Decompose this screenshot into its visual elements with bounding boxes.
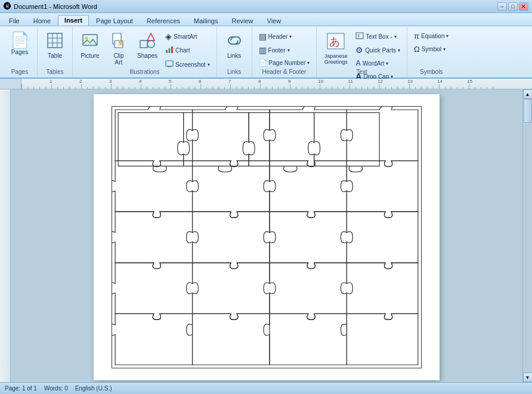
tab-review[interactable]: Review xyxy=(225,15,259,26)
footer-button[interactable]: ▥ Footer xyxy=(256,44,313,57)
text-group-content: あ JapaneseGreetings T Text Box - ⚙ Quick… xyxy=(320,29,403,69)
wordart-button[interactable]: A WordArt xyxy=(352,57,403,69)
page-number-icon: 📄 xyxy=(259,59,267,67)
maximize-button[interactable]: □ xyxy=(508,2,518,11)
shapes-icon xyxy=(139,32,156,51)
scroll-up-button[interactable]: ▲ xyxy=(523,89,533,99)
equation-label: Equation xyxy=(421,33,444,39)
ruler-area: 123456789101112131415 xyxy=(0,79,532,89)
ribbon-group-text: あ JapaneseGreetings T Text Box - ⚙ Quick… xyxy=(317,27,407,77)
svg-text:あ: あ xyxy=(329,36,340,48)
picture-icon xyxy=(82,32,98,51)
svg-rect-14 xyxy=(169,48,171,53)
quick-parts-icon: ⚙ xyxy=(355,45,363,55)
page-number-button[interactable]: 📄 Page Number xyxy=(256,57,313,69)
svg-rect-5 xyxy=(83,35,97,45)
footer-icon: ▥ xyxy=(259,45,267,55)
screenshot-label: Screenshot xyxy=(175,61,206,68)
tab-home[interactable]: Home xyxy=(27,15,57,26)
chart-button[interactable]: Chart xyxy=(162,44,213,57)
title-bar-title: Document1 - Microsoft Word xyxy=(14,3,97,10)
status-page: Page: 1 of 1 xyxy=(5,385,37,392)
shapes-button[interactable]: Shapes xyxy=(134,30,161,67)
screenshot-icon xyxy=(165,60,174,70)
header-button[interactable]: ▤ Header xyxy=(256,30,313,43)
ribbon-group-header-footer: ▤ Header ▥ Footer 📄 Page Number Header &… xyxy=(252,27,317,77)
wordart-label: WordArt xyxy=(363,60,385,67)
links-icon xyxy=(226,32,243,51)
close-button[interactable]: ✕ xyxy=(519,2,528,11)
page-number-label: Page Number xyxy=(269,60,306,66)
text-box-label: Text Box - xyxy=(366,33,392,40)
ribbon-group-pages: 📄 Pages Pages xyxy=(2,27,38,77)
scrollbar-vertical[interactable]: ▲ ▼ xyxy=(522,89,532,382)
pages-group-content: 📄 Pages xyxy=(6,29,33,69)
tab-view[interactable]: View xyxy=(261,15,288,26)
illustrations-group-label: Illustrations xyxy=(129,69,160,76)
ruler-horizontal: 123456789101112131415 xyxy=(21,79,532,89)
header-footer-small-group: ▤ Header ▥ Footer 📄 Page Number xyxy=(256,30,313,67)
symbol-button[interactable]: Ω Symbol xyxy=(411,43,451,55)
links-label: Links xyxy=(227,52,241,59)
symbols-small-group: π Equation Ω Symbol xyxy=(411,30,451,67)
scroll-thumb[interactable] xyxy=(524,99,532,123)
header-footer-group-label: Header & Footer xyxy=(262,69,306,76)
clip-art-label: ClipArt xyxy=(113,52,123,66)
illustrations-group-content: Picture ClipArt xyxy=(76,29,213,69)
svg-text:T: T xyxy=(357,34,360,38)
equation-button[interactable]: π Equation xyxy=(411,30,451,42)
svg-rect-13 xyxy=(166,50,168,53)
wordart-icon: A xyxy=(355,59,361,67)
ribbon-group-symbols: π Equation Ω Symbol Symbols xyxy=(407,27,455,77)
symbol-label: Symbol xyxy=(422,46,441,52)
svg-rect-16 xyxy=(166,61,173,66)
svg-point-12 xyxy=(147,41,154,48)
scroll-down-button[interactable]: ▼ xyxy=(523,373,533,382)
ribbon-tabs: File Home Insert Page Layout References … xyxy=(0,13,532,26)
symbols-group-content: π Equation Ω Symbol xyxy=(411,29,451,69)
quick-parts-label: Quick Parts xyxy=(365,47,396,54)
links-group-label: Links xyxy=(227,69,241,76)
ruler-corner xyxy=(0,79,21,89)
text-group-label: Text xyxy=(356,69,367,76)
text-box-icon: T xyxy=(355,32,364,41)
footer-label: Footer xyxy=(268,47,286,54)
ribbon-group-tables: Table Tables xyxy=(38,27,73,77)
main-area: .p { fill: none; stroke: #333; stroke-wi… xyxy=(0,89,532,382)
status-language: English (U.S.) xyxy=(75,385,112,392)
header-label: Header xyxy=(268,33,288,40)
screenshot-button[interactable]: Screenshot xyxy=(162,58,213,72)
svg-rect-17 xyxy=(167,66,172,67)
ribbon-group-illustrations: Picture ClipArt xyxy=(73,27,217,77)
document-page: .p { fill: none; stroke: #333; stroke-wi… xyxy=(94,94,440,380)
tab-insert[interactable]: Insert xyxy=(58,15,89,26)
table-button[interactable]: Table xyxy=(41,30,69,67)
ribbon-group-links: Links Links xyxy=(217,27,252,77)
tab-file[interactable]: File xyxy=(2,15,26,26)
svg-rect-10 xyxy=(140,41,147,48)
tables-group-label: Tables xyxy=(47,69,64,76)
svg-rect-15 xyxy=(171,46,173,53)
symbols-group-label: Symbols xyxy=(420,69,443,76)
title-bar: 🅦 Document1 - Microsoft Word − □ ✕ xyxy=(0,0,532,13)
text-box-button[interactable]: T Text Box - xyxy=(352,30,403,43)
clip-art-icon xyxy=(110,32,127,51)
pages-group-label: Pages xyxy=(11,69,28,76)
pages-button[interactable]: 📄 Pages xyxy=(6,30,33,67)
tab-pagelayout[interactable]: Page Layout xyxy=(89,15,140,26)
clip-art-button[interactable]: ClipArt xyxy=(105,30,132,67)
japanese-greetings-button[interactable]: あ JapaneseGreetings xyxy=(320,30,351,67)
status-words: Words: 0 xyxy=(44,385,68,392)
tab-references[interactable]: References xyxy=(140,15,187,26)
ribbon: 📄 Pages Pages Table Tabl xyxy=(0,26,532,79)
links-button[interactable]: Links xyxy=(221,30,248,67)
smartart-label: SmartArt xyxy=(174,33,197,40)
minimize-button[interactable]: − xyxy=(497,2,507,11)
picture-button[interactable]: Picture xyxy=(76,30,104,67)
quick-parts-button[interactable]: ⚙ Quick Parts xyxy=(352,44,403,57)
picture-label: Picture xyxy=(81,52,99,59)
tab-mailings[interactable]: Mailings xyxy=(187,15,224,26)
smartart-button[interactable]: ◈ SmartArt xyxy=(162,30,213,43)
text-small-group: T Text Box - ⚙ Quick Parts A WordArt A D… xyxy=(352,30,403,67)
chart-label: Chart xyxy=(175,47,190,54)
